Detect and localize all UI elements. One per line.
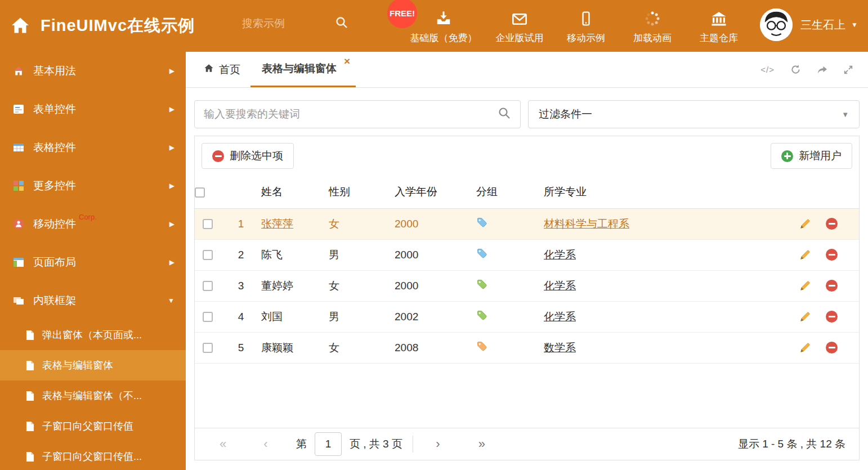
tab-tools: </>	[760, 52, 868, 87]
student-name-link[interactable]: 康颖颖	[261, 342, 293, 353]
chevron-right-icon: ▶	[169, 105, 175, 113]
view-source-icon[interactable]: </>	[760, 65, 775, 74]
nav-item-theme-repository[interactable]: 主题仓库	[686, 9, 752, 44]
row-index: 5	[226, 332, 256, 363]
grid-toolbar: 删除选中项 新增用户	[195, 136, 859, 176]
sidebar-item-label: 表单控件	[33, 102, 76, 117]
sidebar-subitem-grid-edit-window[interactable]: 表格与编辑窗体	[0, 350, 186, 381]
major-link[interactable]: 数学系	[544, 342, 576, 353]
sidebar-subitem-label: 子窗口向父窗口传值...	[42, 450, 142, 463]
sidebar-item-label: 移动控件	[33, 217, 76, 231]
home-icon[interactable]	[10, 15, 30, 38]
row-checkbox[interactable]	[203, 312, 213, 322]
refresh-icon[interactable]	[790, 64, 801, 75]
sidebar-subitem-label: 弹出窗体（本页面或...	[42, 328, 142, 342]
delete-row-icon[interactable]	[826, 280, 838, 292]
page-label-suffix: 页 , 共 3 页	[350, 437, 402, 451]
table-row[interactable]: 2 陈飞 男 2000 化学系	[195, 239, 859, 270]
row-checkbox[interactable]	[203, 281, 213, 291]
last-page-button[interactable]: »	[472, 437, 492, 451]
delete-row-icon[interactable]	[826, 218, 838, 230]
row-checkbox[interactable]	[203, 343, 213, 353]
major-link[interactable]: 化学系	[544, 280, 576, 292]
table-icon	[12, 141, 25, 154]
delete-selected-button[interactable]: 删除选中项	[202, 143, 294, 169]
chevron-right-icon: ▶	[169, 144, 175, 151]
record-summary: 显示 1 - 5 条 , 共 12 条	[738, 437, 845, 451]
column-header-gender[interactable]: 性别	[323, 176, 389, 208]
sidebar-item-basic-usage[interactable]: 基本用法 ▶	[0, 52, 186, 90]
app-root: FineUIMvc在线示例 FREE! 基础版（免费） 企业版试用	[0, 0, 868, 470]
table-row[interactable]: 5 康颖颖 女 2008 数学系	[195, 332, 859, 363]
share-icon[interactable]	[817, 64, 827, 75]
row-checkbox[interactable]	[203, 250, 213, 260]
major-link[interactable]: 材料科学与工程系	[544, 218, 629, 230]
sidebar-subitem-child-to-parent[interactable]: 子窗口向父窗口传值	[0, 411, 186, 441]
sidebar-item-mobile-controls[interactable]: 移动控件 Corp. ▶	[0, 205, 186, 243]
delete-row-icon[interactable]	[826, 311, 838, 323]
major-link[interactable]: 化学系	[544, 249, 576, 261]
edit-icon[interactable]	[799, 311, 811, 323]
sidebar-item-grid-controls[interactable]: 表格控件 ▶	[0, 128, 186, 167]
student-name-link[interactable]: 陈飞	[261, 249, 283, 261]
search-icon[interactable]	[498, 106, 511, 122]
fullscreen-icon[interactable]	[843, 65, 853, 75]
year-cell: 2000	[389, 208, 471, 239]
sidebar-subitem-child-to-parent-2[interactable]: 子窗口向父窗口传值...	[0, 441, 186, 470]
prev-page-button[interactable]: ‹	[256, 437, 276, 451]
edit-icon[interactable]	[799, 218, 811, 230]
page-number-input[interactable]	[315, 432, 342, 456]
select-all-checkbox[interactable]	[195, 187, 205, 198]
tab-home[interactable]: 首页	[194, 52, 250, 87]
next-page-button[interactable]: ›	[428, 437, 448, 451]
sidebar-subitem-grid-edit-window-no[interactable]: 表格与编辑窗体（不...	[0, 381, 186, 411]
sidebar-subitem-label: 表格与编辑窗体（不...	[42, 389, 142, 402]
major-link[interactable]: 化学系	[544, 311, 576, 323]
nav-item-loading-animations[interactable]: 加载动画	[619, 9, 686, 44]
sidebar-subitem-label: 子窗口向父窗口传值	[42, 419, 133, 433]
app-title: FineUIMvc在线示例	[41, 15, 195, 37]
column-header-major[interactable]: 所学专业	[538, 176, 776, 208]
edit-icon[interactable]	[799, 280, 811, 292]
table-row[interactable]: 1 张萍萍 女 2000 材料科学与工程系	[195, 208, 859, 239]
nav-item-enterprise-trial[interactable]: 企业版试用	[486, 9, 553, 44]
chevron-right-icon: ▶	[169, 258, 175, 266]
close-icon[interactable]: ×	[344, 56, 350, 66]
search-icon[interactable]	[335, 16, 348, 32]
student-name-link[interactable]: 董婷婷	[261, 280, 293, 292]
nav-item-mobile-examples[interactable]: 移动示例	[553, 9, 619, 44]
row-checkbox[interactable]	[203, 219, 213, 229]
user-menu[interactable]: 三生石上 ▼	[760, 8, 858, 41]
table-row[interactable]: 3 董婷婷 女 2000 化学系	[195, 270, 859, 301]
chevron-right-icon: ▶	[169, 220, 175, 228]
sidebar-item-inline-frame[interactable]: 内联框架 ▼	[0, 281, 186, 320]
column-header-name[interactable]: 姓名	[256, 176, 323, 208]
column-header-group[interactable]: 分组	[471, 176, 538, 208]
example-search-input[interactable]	[242, 17, 335, 30]
student-name-link[interactable]: 张萍萍	[261, 218, 293, 230]
spinner-icon	[644, 9, 661, 27]
main-content: 过滤条件一 ▼ 删除选中项 新增用户	[186, 88, 868, 470]
sidebar-item-form-controls[interactable]: 表单控件 ▶	[0, 90, 186, 128]
delete-row-icon[interactable]	[826, 342, 838, 353]
sidebar-item-page-layout[interactable]: 页面布局 ▶	[0, 243, 186, 281]
filter-row: 过滤条件一 ▼	[194, 100, 860, 128]
student-name-link[interactable]: 刘国	[261, 311, 283, 323]
delete-row-icon[interactable]	[826, 249, 838, 261]
edit-icon[interactable]	[799, 249, 811, 261]
keyword-search-input[interactable]	[204, 108, 498, 120]
nav-label: 移动示例	[567, 32, 605, 44]
column-header-year[interactable]: 入学年份	[389, 176, 471, 208]
edit-icon[interactable]	[799, 342, 811, 353]
sidebar-item-more-controls[interactable]: 更多控件 ▶	[0, 167, 186, 205]
table-row[interactable]: 4 刘国 男 2002 化学系	[195, 301, 859, 332]
gender-cell: 女	[323, 208, 389, 239]
row-index: 3	[226, 270, 256, 301]
add-user-button[interactable]: 新增用户	[771, 143, 852, 169]
first-page-button[interactable]: «	[213, 437, 233, 451]
gender-cell: 男	[323, 301, 389, 332]
tab-grid-edit-window[interactable]: 表格与编辑窗体 ×	[250, 52, 356, 87]
sidebar-subitem-popup-window[interactable]: 弹出窗体（本页面或...	[0, 320, 186, 350]
filter-dropdown[interactable]: 过滤条件一 ▼	[528, 100, 860, 128]
user-name: 三生石上	[800, 17, 845, 33]
